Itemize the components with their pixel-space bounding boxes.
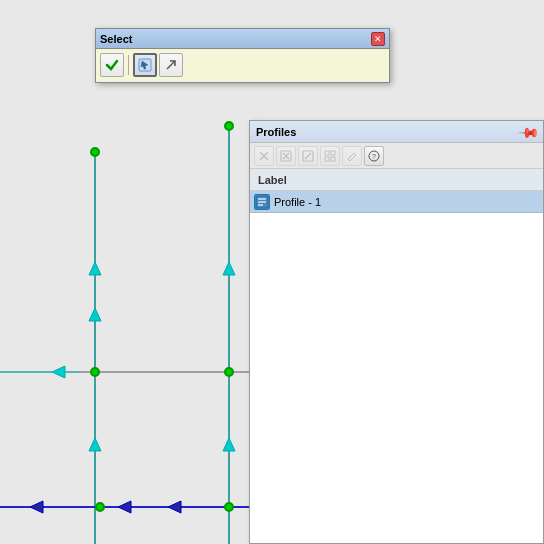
green-dot-5 [95, 502, 105, 512]
svg-line-28 [354, 153, 356, 155]
toolbar-separator [128, 55, 129, 75]
profiles-panel: Profiles 📌 [249, 120, 544, 544]
svg-line-23 [305, 153, 311, 159]
select-confirm-button[interactable] [100, 53, 124, 77]
select-dialog-toolbar [96, 49, 389, 81]
profiles-toolbar: ? [250, 143, 543, 169]
green-dot-6 [224, 502, 234, 512]
profiles-content: Label Profile - 1 [250, 169, 543, 543]
green-dot-2 [224, 121, 234, 131]
svg-marker-12 [168, 501, 181, 513]
profiles-edit-button [298, 146, 318, 166]
select-cursor-button[interactable] [133, 53, 157, 77]
select-arrow-button[interactable] [159, 53, 183, 77]
svg-rect-25 [331, 151, 335, 155]
svg-marker-10 [30, 501, 43, 513]
profiles-titlebar: Profiles 📌 [250, 121, 543, 143]
profile-item[interactable]: Profile - 1 [250, 191, 543, 213]
profile-item-label: Profile - 1 [274, 196, 321, 208]
select-dialog: Select ✕ [95, 28, 390, 83]
green-dot-4 [224, 367, 234, 377]
svg-text:?: ? [372, 153, 376, 160]
profiles-list: Profile - 1 [250, 191, 543, 543]
svg-line-16 [167, 61, 175, 69]
profiles-remove-button [276, 146, 296, 166]
select-dialog-titlebar: Select ✕ [96, 29, 389, 49]
profiles-column-header: Label [250, 169, 543, 191]
svg-marker-11 [118, 501, 131, 513]
svg-rect-27 [331, 157, 335, 161]
profiles-rename-button [342, 146, 362, 166]
profiles-title: Profiles [256, 126, 520, 138]
profiles-grid-button [320, 146, 340, 166]
green-dot-3 [90, 367, 100, 377]
profiles-help-button[interactable]: ? [364, 146, 384, 166]
select-dialog-close-button[interactable]: ✕ [371, 32, 385, 46]
profiles-delete-button [254, 146, 274, 166]
svg-rect-26 [325, 157, 329, 161]
svg-marker-8 [223, 438, 235, 451]
svg-marker-6 [89, 438, 101, 451]
svg-marker-4 [89, 262, 101, 275]
label-column-header: Label [258, 174, 287, 186]
profile-item-icon [254, 194, 270, 210]
select-dialog-title: Select [100, 33, 132, 45]
profiles-pin-icon: 📌 [517, 120, 540, 143]
svg-rect-24 [325, 151, 329, 155]
svg-marker-7 [223, 262, 235, 275]
svg-marker-5 [89, 308, 101, 321]
green-dot-1 [90, 147, 100, 157]
